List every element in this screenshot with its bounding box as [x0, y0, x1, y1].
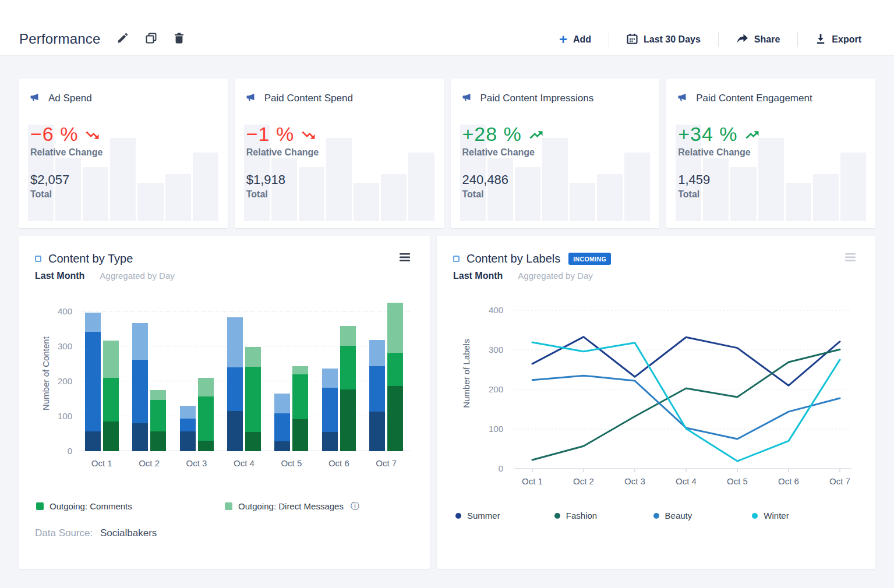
share-button[interactable]: Share: [736, 33, 780, 46]
bar-segment: [198, 378, 214, 396]
x-tick-label: Oct 4: [227, 458, 262, 468]
kpi-total-value: $2,057: [30, 172, 103, 187]
bar-segment: [132, 423, 148, 451]
widget-checkbox-icon[interactable]: [453, 256, 460, 262]
legend-label: Beauty: [665, 511, 692, 520]
info-icon[interactable]: ⓘ: [351, 501, 359, 512]
legend-label: Winter: [764, 511, 789, 520]
kpi-title: Paid Content Impressions: [480, 93, 594, 104]
bar-segment: [340, 389, 356, 451]
y-tick-label: 100: [489, 424, 503, 434]
line-plot-area: 0100200300400Oct 1Oct 2Oct 3Oct 4Oct 5Oc…: [467, 294, 859, 492]
bar-segment: [180, 431, 196, 451]
bar-segment: [274, 441, 290, 451]
data-source-value: Socialbakers: [100, 527, 157, 539]
kpi-change-label: Relative Change: [30, 147, 103, 158]
bar-segment: [274, 413, 290, 442]
trash-icon: [174, 33, 184, 45]
bar-group-oct-1: [85, 313, 119, 451]
bar-segment: [150, 431, 166, 451]
top-toolbar: Performance + Add Last 30 Days: [0, 0, 894, 56]
kpi-total-label: Total: [30, 189, 103, 200]
content-by-labels-card: Content by Labels INCOMING Last Month Ag…: [437, 236, 875, 569]
green-stack: [387, 303, 403, 451]
kpi-change-value: −6 %: [30, 123, 103, 146]
y-tick-label: 300: [58, 341, 72, 351]
legend-label: Outgoing: Comments: [50, 501, 132, 511]
y-tick-label: 400: [58, 306, 72, 316]
kpi-change-label: Relative Change: [246, 147, 319, 158]
kpi-total-label: Total: [246, 189, 319, 200]
bar-segment: [180, 406, 196, 419]
bar-segment: [387, 353, 403, 386]
widget-menu-button[interactable]: [397, 251, 414, 266]
y-axis-title: Number of Content: [41, 327, 51, 420]
x-tick-label: Oct 1: [84, 458, 119, 468]
y-tick-label: 0: [499, 463, 503, 473]
widget-menu-button[interactable]: [843, 251, 859, 266]
chart-title: Content by Labels: [467, 252, 560, 265]
sparkline-bar: [813, 174, 839, 221]
x-tick-label: Oct 1: [522, 476, 543, 486]
calendar-icon: [627, 33, 638, 47]
kpi-card-paid-content-engagement: Paid Content Engagement +34 % Relative C…: [666, 79, 875, 228]
megaphone-icon: [246, 93, 256, 104]
megaphone-icon: [462, 93, 472, 104]
bar-segment: [132, 323, 148, 360]
kpi-total-value: $1,918: [246, 172, 319, 187]
x-tick-label: Oct 7: [369, 458, 404, 468]
sparkline-bar: [165, 174, 191, 221]
x-tick-label: Oct 3: [179, 458, 214, 468]
megaphone-icon: [30, 93, 40, 104]
bar-plot-area: [78, 299, 410, 451]
legend-item[interactable]: Outgoing: Comments: [36, 501, 225, 512]
blue-stack: [227, 317, 243, 451]
bar-segment: [340, 346, 356, 389]
y-tick-label: 300: [489, 345, 503, 355]
export-label: Export: [832, 34, 861, 45]
bar-segment: [245, 367, 261, 432]
legend-item-fashion[interactable]: Fashion: [554, 511, 653, 520]
bar-group-oct-6: [322, 326, 356, 451]
add-button[interactable]: + Add: [559, 34, 591, 45]
kpi-card-paid-content-spend: Paid Content Spend −1 % Relative Change …: [235, 79, 444, 228]
kpi-title: Ad Spend: [48, 93, 92, 104]
kpi-total-value: 240,486: [462, 172, 545, 187]
bar-chart-legend: Outgoing: CommentsOutgoing: Direct Messa…: [35, 501, 414, 512]
sparkline-bar: [624, 153, 650, 221]
x-tick-label: Oct 2: [132, 458, 167, 468]
bar-segment: [85, 332, 101, 431]
kpi-total-label: Total: [462, 189, 545, 200]
bar-group-oct-7: [369, 303, 403, 451]
toolbar-divider: [718, 32, 719, 47]
hamburger-icon: [400, 255, 411, 264]
legend-item-beauty[interactable]: Beauty: [653, 511, 752, 520]
legend-dot: [653, 513, 659, 519]
legend-swatch: [36, 502, 44, 510]
legend-item-summer[interactable]: Summer: [455, 511, 554, 520]
bar-segment: [132, 360, 148, 423]
y-tick-label: 200: [489, 384, 503, 394]
charts-row: Content by Type Last Month Aggregated by…: [19, 236, 875, 569]
share-arrow-icon: [736, 33, 748, 46]
chart-aggregation: Aggregated by Day: [518, 271, 592, 281]
sparkline-bar: [110, 138, 136, 221]
bar-segment: [245, 347, 261, 367]
legend-label: Outgoing: Direct Messages: [238, 501, 344, 511]
export-button[interactable]: Export: [815, 33, 861, 47]
edit-title-button[interactable]: [116, 31, 129, 47]
delete-button[interactable]: [173, 31, 185, 47]
bars-row: [78, 299, 410, 451]
bar-segment: [150, 390, 166, 400]
bar-segment: [85, 313, 101, 332]
date-range-button[interactable]: Last 30 Days: [627, 33, 701, 47]
bar-segment: [322, 432, 338, 451]
legend-item[interactable]: Outgoing: Direct Messagesⓘ: [225, 501, 414, 512]
sparkline-bar: [326, 138, 352, 221]
kpi-title: Paid Content Spend: [264, 93, 353, 104]
green-stack: [340, 326, 356, 451]
blue-stack: [132, 323, 148, 451]
duplicate-button[interactable]: [144, 31, 158, 47]
widget-checkbox-icon[interactable]: [35, 256, 41, 262]
legend-item-winter[interactable]: Winter: [752, 511, 851, 520]
